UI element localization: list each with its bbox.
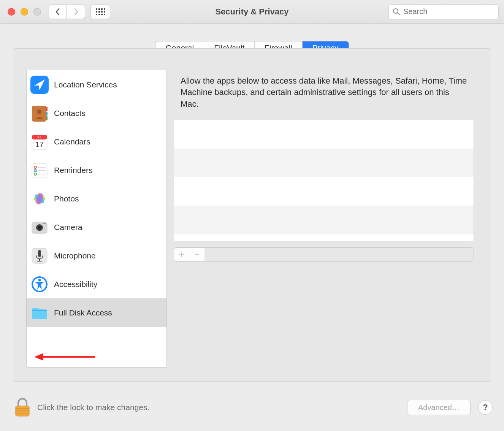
reminders-list-icon bbox=[30, 161, 49, 179]
accessibility-icon bbox=[30, 275, 49, 293]
svg-rect-5 bbox=[46, 112, 48, 116]
sidebar-item-microphone[interactable]: Microphone bbox=[27, 241, 166, 270]
content-frame: Location Services Contacts bbox=[13, 48, 491, 382]
sidebar-item-label: Contacts bbox=[54, 109, 86, 118]
location-arrow-icon bbox=[30, 76, 49, 94]
show-all-prefs-button[interactable] bbox=[90, 5, 110, 19]
grid-icon bbox=[96, 8, 105, 15]
sidebar-item-label: Reminders bbox=[54, 166, 93, 175]
app-row bbox=[174, 120, 474, 149]
svg-marker-37 bbox=[34, 353, 43, 361]
back-button[interactable] bbox=[49, 5, 67, 19]
svg-point-7 bbox=[37, 109, 41, 114]
camera-icon bbox=[30, 218, 49, 236]
nav-buttons bbox=[49, 5, 85, 19]
bottom-bar: Click the lock to make changes. Advanced… bbox=[14, 398, 493, 417]
sidebar-item-photos[interactable]: Photos bbox=[27, 184, 166, 213]
search-field-wrap[interactable] bbox=[388, 4, 499, 19]
sidebar-item-camera[interactable]: Camera bbox=[27, 213, 166, 241]
sidebar-item-label: Accessibility bbox=[54, 280, 97, 289]
annotation-arrow-icon bbox=[34, 352, 95, 361]
microphone-icon bbox=[30, 247, 49, 265]
app-row bbox=[174, 177, 474, 206]
svg-rect-6 bbox=[46, 116, 48, 120]
svg-point-26 bbox=[38, 226, 41, 230]
detail-pane: Allow the apps below to access data like… bbox=[174, 70, 474, 368]
window-controls bbox=[8, 8, 41, 16]
app-row bbox=[174, 149, 474, 177]
svg-rect-29 bbox=[38, 250, 41, 257]
sidebar-item-label: Photos bbox=[54, 194, 79, 203]
remove-app-button[interactable]: − bbox=[189, 248, 204, 261]
svg-point-34 bbox=[38, 279, 41, 281]
svg-rect-4 bbox=[46, 107, 48, 111]
forward-button[interactable] bbox=[67, 5, 85, 19]
privacy-category-list[interactable]: Location Services Contacts bbox=[26, 70, 167, 368]
sidebar-item-contacts[interactable]: Contacts bbox=[27, 99, 166, 127]
sidebar-item-label: Full Disk Access bbox=[54, 308, 112, 317]
svg-text:JUL: JUL bbox=[37, 136, 42, 139]
svg-rect-27 bbox=[43, 223, 46, 224]
photos-flower-icon bbox=[30, 190, 49, 208]
contacts-book-icon bbox=[30, 104, 49, 122]
minimize-window-button[interactable] bbox=[21, 8, 28, 16]
lock-icon[interactable] bbox=[14, 398, 31, 417]
help-button[interactable]: ? bbox=[478, 400, 493, 415]
sidebar-item-label: Calendars bbox=[54, 137, 90, 146]
lock-hint-text: Click the lock to make changes. bbox=[37, 403, 149, 412]
sidebar-item-label: Microphone bbox=[54, 251, 96, 260]
sidebar-item-calendars[interactable]: JUL 17 Calendars bbox=[27, 127, 166, 156]
svg-line-1 bbox=[398, 13, 399, 15]
allowed-apps-list[interactable] bbox=[174, 120, 474, 241]
add-remove-buttons: + − bbox=[174, 247, 474, 261]
sidebar-item-accessibility[interactable]: Accessibility bbox=[27, 270, 166, 298]
detail-description: Allow the apps below to access data like… bbox=[174, 70, 474, 120]
sidebar-item-label: Location Services bbox=[54, 80, 117, 89]
calendar-icon: JUL 17 bbox=[30, 133, 49, 151]
app-row bbox=[174, 206, 474, 234]
folder-icon bbox=[30, 304, 49, 322]
sidebar-item-reminders[interactable]: Reminders bbox=[27, 156, 166, 184]
titlebar: Security & Privacy bbox=[0, 0, 504, 24]
add-app-button[interactable]: + bbox=[174, 248, 189, 261]
zoom-window-button[interactable] bbox=[33, 8, 41, 16]
close-window-button[interactable] bbox=[8, 8, 15, 16]
svg-rect-35 bbox=[32, 310, 47, 311]
advanced-button[interactable]: Advanced… bbox=[407, 400, 471, 415]
svg-text:17: 17 bbox=[35, 140, 44, 149]
sidebar-item-label: Camera bbox=[54, 223, 82, 232]
search-input[interactable] bbox=[403, 7, 494, 16]
sidebar-item-location-services[interactable]: Location Services bbox=[27, 70, 166, 99]
sidebar-item-full-disk-access[interactable]: Full Disk Access bbox=[27, 298, 166, 327]
svg-point-0 bbox=[393, 9, 398, 13]
search-icon bbox=[393, 8, 400, 16]
